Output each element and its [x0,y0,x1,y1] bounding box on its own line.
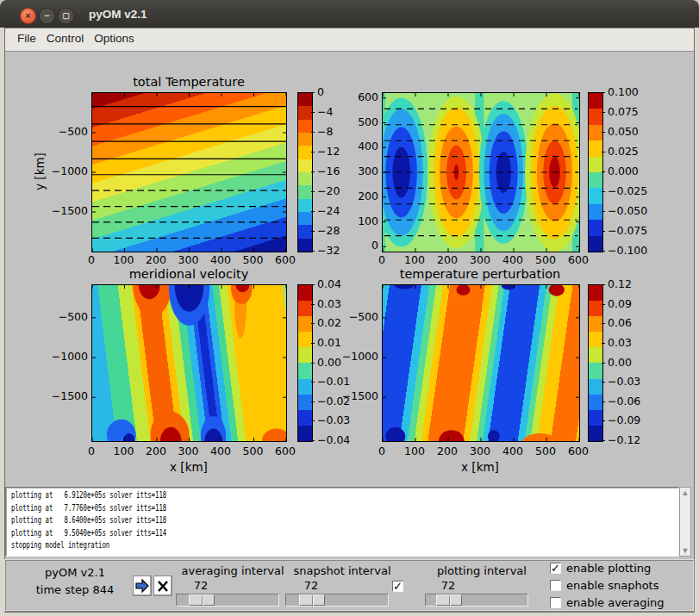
slider-label: snapshot interval [265,564,420,577]
colorbar-tick [602,304,605,305]
slider-handle-ridge [449,595,451,607]
colorbar-tick [311,284,315,285]
log-line: plotting at 9.5040e+05s solver itts=114 [11,527,498,540]
colorbar-tick [311,323,315,324]
colorbar-tick [311,211,315,212]
colorbar-tick-label: −0.03 [608,375,659,388]
colorbar-tick-label: 0.025 [608,145,659,158]
slider-handle[interactable] [189,594,215,606]
colorbar-tick [311,401,315,402]
slider-handle[interactable] [299,594,325,606]
slider-track[interactable] [285,594,389,607]
y-tick-label: 500 [331,115,378,128]
slider-track[interactable] [176,594,279,607]
x-tick-label: 500 [236,253,271,266]
log-line: plotting at 8.6400e+05s solver itts=118 [11,514,498,527]
checkbox-label: enable plotting [566,562,687,575]
colorbar-tick-label: 0.00 [608,356,659,369]
colorbar-tick [602,323,605,324]
check-icon: ✓ [393,580,403,593]
colorbar-tick [602,132,605,133]
checkbox-enable-snaphots[interactable] [550,580,561,591]
colorbar-tick-label: 0.100 [608,85,659,98]
colorbar-tick-label: −0.12 [608,433,659,446]
plot-axes [91,284,287,442]
stop-x-icon [154,576,172,595]
colorbar-tick-label: 0.075 [608,105,659,118]
colorbar-tick [602,191,605,192]
checkbox-enable-plotting[interactable]: ✓ [550,563,561,574]
checkbox-label: enable averaging [566,596,687,609]
colorbar-tick-label: 0.06 [608,316,659,329]
app-label: pyOM v2.1 [23,566,127,579]
colorbar-tick-label: 0.03 [608,336,659,349]
slider-track[interactable] [425,594,528,607]
colorbar [297,92,313,252]
colorbar-tick [602,401,605,402]
plot-title: meridional velocity [94,267,284,281]
log-line: plotting at 6.9120e+05s solver itts=118 [11,489,498,502]
slider-handle-ridge [312,595,314,607]
colorbar-tick [311,191,315,192]
x-tick-label: 200 [430,253,465,266]
colorbar-tick-label: 0.050 [608,125,659,138]
colorbar-tick [602,171,605,172]
colorbar-tick [602,363,605,364]
log-scrollbar[interactable]: ▲ ▼ [679,487,691,557]
x-tick-label: 100 [397,253,432,266]
colorbar-tick [602,92,605,93]
colorbar [588,92,603,252]
plot-xlabel: x [km] [137,460,240,474]
colorbar-tick-label: −0.01 [317,375,369,388]
x-tick-label: 100 [107,445,141,457]
colorbar-tick-label: −0.075 [608,224,659,237]
plot-overlay [383,93,579,252]
colorbar-tick-label: −0.100 [608,244,659,257]
checkbox-enable-averaging[interactable] [550,597,561,608]
colorbar-tick [311,440,315,441]
stop-button[interactable] [153,576,172,596]
x-tick-label: 600 [268,445,303,457]
colorbar-tick [602,152,605,152]
y-tick-label: −1000 [331,350,378,363]
y-tick-label: −1500 [41,389,88,402]
colorbar-tick [311,304,315,305]
plot-axes [382,92,580,252]
x-tick-label: 300 [463,253,497,266]
x-tick-label: 0 [365,253,399,266]
slider-handle[interactable] [436,594,462,606]
x-tick-label: 200 [430,445,465,457]
colorbar-tick [311,420,315,421]
colorbar-tick-label: −0.04 [317,433,369,446]
run-button[interactable] [133,576,152,596]
colorbar-tick [311,132,315,133]
colorbar-tick-label: 0.03 [317,297,369,310]
colorbar-tick [602,211,605,212]
colorbar-tick-label: −0.025 [608,184,659,197]
y-tick-label: −500 [331,310,378,323]
plot-axes [91,92,287,252]
x-tick-label: 400 [203,253,238,266]
y-tick-label: 100 [331,215,378,227]
slider-handle-ridge [202,595,203,607]
scroll-up-icon[interactable]: ▲ [681,488,690,497]
colorbar-tick-label: 0.000 [608,165,659,177]
x-tick-label: 500 [236,445,271,457]
x-tick-label: 100 [107,253,141,266]
colorbar-tick-label: 0.04 [317,277,369,290]
colorbar-tick-label: −0.050 [608,204,659,217]
scroll-down-icon[interactable]: ▼ [681,546,690,555]
snapshot-inline-checkbox[interactable]: ✓ [392,581,403,592]
colorbar-tick [311,92,315,93]
plot-axes [382,284,580,442]
log-line: plotting at 7.7760e+05s solver itts=118 [11,502,498,515]
y-tick-label: 400 [331,140,378,152]
y-tick-label: 200 [331,190,378,202]
run-arrow-icon [134,576,151,595]
slider-value: 72 [175,579,227,592]
log-output[interactable]: plotting at 6.9120e+05s solver itts=118p… [5,487,679,557]
colorbar-tick [602,231,605,232]
y-tick-label: 600 [331,90,378,103]
plot-xlabel: x [km] [428,460,532,474]
colorbar-tick [602,284,605,285]
